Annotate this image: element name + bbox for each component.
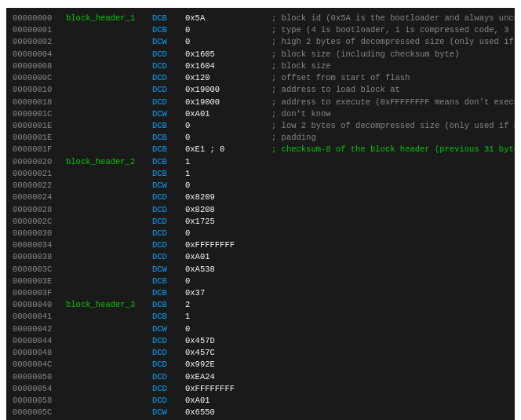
address: 00000058	[13, 395, 66, 407]
mnemonic: DCB	[152, 120, 185, 132]
address: 0000002C	[13, 216, 66, 228]
mnemonic: DCD	[152, 395, 185, 407]
operand: 0x8209	[185, 192, 271, 203]
operand: 0xA01	[185, 251, 271, 263]
address: 0000003F	[13, 287, 66, 299]
mnemonic: DCB	[152, 144, 185, 155]
mnemonic: DCB	[152, 276, 185, 287]
operand: 0x120	[185, 72, 271, 84]
address: 00000024	[13, 192, 66, 203]
address: 0000003E	[13, 276, 66, 287]
address: 00000048	[13, 347, 66, 359]
address: 0000000C	[13, 72, 66, 84]
address: 00000018	[13, 97, 66, 108]
code-line: 00000008DCD0x1604; block size	[13, 60, 508, 72]
mnemonic: DCD	[152, 239, 185, 251]
mnemonic: DCD	[152, 371, 185, 383]
mnemonic: DCD	[152, 216, 185, 228]
comment: ; block size	[271, 60, 331, 72]
address: 00000000	[13, 13, 66, 24]
code-line: 0000004CDCD0x992E	[13, 359, 508, 371]
operand: 0xA538	[185, 264, 271, 276]
operand: 0xFFFFFFFF	[185, 383, 271, 395]
comment: ; offset from start of flash	[271, 72, 410, 84]
label: block_header_3	[66, 299, 152, 311]
operand: 0x1604	[185, 60, 271, 72]
address: 0000004C	[13, 359, 66, 371]
address: 00000054	[13, 383, 66, 395]
address: 00000034	[13, 239, 66, 251]
operand: 0x19000	[185, 84, 271, 96]
mnemonic: DCB	[152, 299, 185, 311]
operand: 0	[185, 228, 271, 239]
mnemonic: DCB	[152, 24, 185, 36]
code-line: 0000001CDCW0xA01; don't know	[13, 108, 508, 120]
operand: 0x457C	[185, 347, 271, 359]
code-line: 0000003EDCB0	[13, 276, 508, 287]
mnemonic: DCD	[152, 251, 185, 263]
comment: ; type (4 is bootloader, 1 is compressed…	[271, 24, 515, 36]
address: 00000042	[13, 323, 66, 335]
operand: 0	[185, 120, 271, 132]
code-line: 00000021DCB1	[13, 168, 508, 180]
operand: 0x5A	[185, 13, 271, 24]
operand: 0xFFFFFFFF	[185, 239, 271, 251]
code-area: 00000000block_header_1DCB0x5A; block id …	[6, 8, 515, 420]
label: block_header_2	[66, 156, 152, 168]
operand: 0x1605	[185, 49, 271, 60]
code-line: 00000048DCD0x457C	[13, 347, 508, 359]
operand: 0xE1 ; 0	[185, 144, 271, 155]
code-line: 00000041DCB1	[13, 311, 508, 323]
mnemonic: DCW	[152, 323, 185, 335]
mnemonic: DCB	[152, 13, 185, 24]
code-line: 00000042DCW0	[13, 323, 508, 335]
code-line: 0000003FDCB0x37	[13, 287, 508, 299]
operand: 0xEA24	[185, 371, 271, 383]
code-line: 00000001DCB0; type (4 is bootloader, 1 i…	[13, 24, 508, 36]
code-line: 00000004DCD0x1605; block size (including…	[13, 49, 508, 60]
address: 00000002	[13, 36, 66, 48]
address: 00000040	[13, 299, 66, 311]
address: 00000030	[13, 228, 66, 239]
code-line: 00000058DCD0xA01	[13, 395, 508, 407]
address: 00000004	[13, 49, 66, 60]
address: 00000010	[13, 84, 66, 96]
code-line: 00000018DCD0x19000; address to execute (…	[13, 97, 508, 108]
comment: ; address to load block at	[271, 84, 400, 96]
code-line: 00000034DCD0xFFFFFFFF	[13, 239, 508, 251]
mnemonic: DCB	[152, 156, 185, 168]
mnemonic: DCW	[152, 407, 185, 418]
mnemonic: DCD	[152, 49, 185, 60]
code-line: 00000054DCD0xFFFFFFFF	[13, 383, 508, 395]
comment: ; low 2 bytes of decompressed size (only…	[271, 120, 515, 132]
address: 00000001	[13, 24, 66, 36]
mnemonic: DCD	[152, 84, 185, 96]
operand: 1	[185, 168, 271, 180]
mnemonic: DCD	[152, 335, 185, 347]
mnemonic: DCB	[152, 287, 185, 299]
code-line: 00000000block_header_1DCB0x5A; block id …	[13, 13, 508, 24]
mnemonic: DCB	[152, 311, 185, 323]
operand: 0x992E	[185, 359, 271, 371]
address: 0000001F	[13, 144, 66, 155]
code-line: 00000010DCD0x19000; address to load bloc…	[13, 84, 508, 96]
operand: 2	[185, 299, 271, 311]
operand: 0	[185, 132, 271, 144]
code-line: 0000000CDCD0x120; offset from start of f…	[13, 72, 508, 84]
mnemonic: DCB	[152, 168, 185, 180]
code-line: 00000028DCD0x8208	[13, 204, 508, 216]
mnemonic: DCD	[152, 347, 185, 359]
address: 00000028	[13, 204, 66, 216]
address: 00000020	[13, 156, 66, 168]
code-line: 0000003CDCW0xA538	[13, 264, 508, 276]
address: 00000022	[13, 180, 66, 192]
code-line: 00000002DCW0; high 2 bytes of decompress…	[13, 36, 508, 48]
mnemonic: DCD	[152, 97, 185, 108]
mnemonic: DCB	[152, 132, 185, 144]
mnemonic: DCW	[152, 108, 185, 120]
code-line: 00000020block_header_2DCB1	[13, 156, 508, 168]
address: 00000050	[13, 371, 66, 383]
address: 0000005C	[13, 407, 66, 418]
comment: ; checksum-8 of the block header (previo…	[271, 144, 515, 155]
label: block_header_1	[66, 13, 152, 24]
